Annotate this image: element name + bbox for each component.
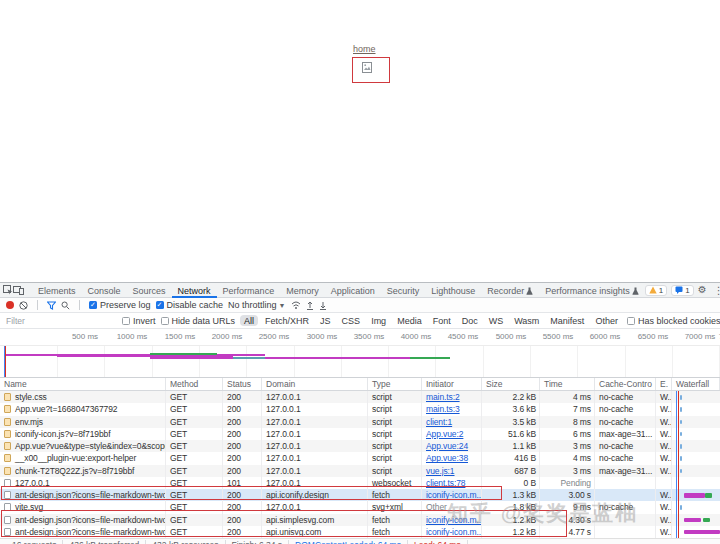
cell-waterfall <box>672 428 720 440</box>
column-header-cache-contro[interactable]: Cache-Contro <box>595 378 656 390</box>
tab-elements[interactable]: Elements <box>32 283 82 298</box>
initiator-link[interactable]: main.ts:3 <box>426 404 460 414</box>
filter-pill-js[interactable]: JS <box>316 315 335 326</box>
filter-pill-media[interactable]: Media <box>393 315 426 326</box>
overview-gridline <box>341 346 342 377</box>
cell-size: 416 B <box>482 452 540 464</box>
initiator-link[interactable]: client:1 <box>426 417 452 427</box>
waterfall-overview[interactable] <box>0 346 720 378</box>
tab-recorder[interactable]: Recorder <box>481 283 539 298</box>
column-header-type[interactable]: Type <box>368 378 422 390</box>
filter-pill-css[interactable]: CSS <box>338 315 365 326</box>
cell-etag: W... <box>656 452 672 464</box>
cell-name: ant-design.json?icons=file-markdown-twot… <box>0 489 166 501</box>
initiator-link[interactable]: main.ts:2 <box>426 392 460 402</box>
filter-pill-wasm[interactable]: Wasm <box>510 315 543 326</box>
filter-right-checks: Has blocked cookiesBlocked Requests3rd-p… <box>627 316 720 326</box>
cell-name: 127.0.0.1 <box>0 477 166 489</box>
initiator-link[interactable]: App.vue:24 <box>426 441 468 451</box>
tab-performance-insights[interactable]: Performance insights <box>539 283 645 298</box>
table-row[interactable]: env.mjsGET200127.0.0.1scriptclient:13.5 … <box>0 416 720 428</box>
import-har-icon[interactable] <box>306 301 314 310</box>
disable-cache-checkbox[interactable]: ✓ Disable cache <box>156 300 224 310</box>
column-header-size[interactable]: Size <box>482 378 540 390</box>
overview-gridline <box>152 346 153 377</box>
table-row[interactable]: style.cssGET200127.0.0.1scriptmain.ts:22… <box>0 391 720 403</box>
initiator-link[interactable]: iconify-icon.m... <box>426 490 482 500</box>
export-har-icon[interactable] <box>319 301 327 310</box>
clear-icon[interactable] <box>19 301 28 310</box>
filter-pill-all[interactable]: All <box>240 315 258 326</box>
filter-input[interactable] <box>6 315 117 326</box>
filter-funnel-icon[interactable] <box>47 301 56 310</box>
tab-performance[interactable]: Performance <box>217 283 281 298</box>
more-options-icon[interactable]: ⋮ <box>711 285 720 296</box>
network-conditions-icon[interactable] <box>291 301 301 310</box>
initiator-link[interactable]: iconify-icon.m... <box>426 515 482 525</box>
column-header-name[interactable]: Name <box>0 378 166 390</box>
request-name: vite.svg <box>15 502 43 512</box>
initiator-link[interactable]: iconify-icon.m... <box>426 527 482 537</box>
tab-sources[interactable]: Sources <box>127 283 172 298</box>
column-header-initiator[interactable]: Initiator <box>422 378 482 390</box>
tab-application[interactable]: Application <box>325 283 381 298</box>
table-row[interactable]: ant-design.json?icons=file-markdown-twot… <box>0 514 720 526</box>
overview-waterfall-segment <box>265 357 410 359</box>
cell-method: GET <box>166 428 223 440</box>
table-row[interactable]: chunk-T2T8Q22Z.js?v=8f719bbfGET200127.0.… <box>0 465 720 477</box>
table-row[interactable]: ant-design.json?icons=file-markdown-twot… <box>0 489 720 501</box>
initiator-link[interactable]: App.vue:38 <box>426 453 468 463</box>
table-row[interactable]: vite.svgGET200127.0.0.1svg+xmlOther1.8 k… <box>0 501 720 513</box>
overview-waterfall-segment <box>150 356 233 359</box>
column-header-method[interactable]: Method <box>166 378 223 390</box>
column-header-waterfall[interactable]: Waterfall <box>672 378 720 390</box>
inspect-element-icon[interactable] <box>3 284 13 297</box>
invert-label: Invert <box>133 316 156 326</box>
tab-lighthouse[interactable]: Lighthouse <box>425 283 481 298</box>
filter-pill-doc[interactable]: Doc <box>458 315 482 326</box>
filter-pill-fetch-xhr[interactable]: Fetch/XHR <box>261 315 313 326</box>
table-row[interactable]: iconify-icon.js?v=8f719bbfGET200127.0.0.… <box>0 428 720 440</box>
table-row[interactable]: App.vue?vue&type=style&index=0&scoped=7.… <box>0 440 720 452</box>
has-blocked-cookies-checkbox[interactable]: Has blocked cookies <box>627 316 720 326</box>
column-header-time[interactable]: Time <box>540 378 595 390</box>
column-header-e-[interactable]: E. <box>656 378 672 390</box>
filter-pill-manifest[interactable]: Manifest <box>546 315 588 326</box>
cell-name: ant-design.json?icons=file-markdown-twot… <box>0 514 166 526</box>
cell-etag: W... <box>656 391 672 403</box>
preserve-log-checkbox[interactable]: ✓ Preserve log <box>89 300 151 310</box>
checkbox-checked-icon: ✓ <box>89 301 97 309</box>
column-header-domain[interactable]: Domain <box>262 378 368 390</box>
record-button[interactable] <box>6 301 14 309</box>
invert-checkbox[interactable]: Invert <box>122 316 156 326</box>
table-row[interactable]: __x00__plugin-vue:export-helperGET200127… <box>0 452 720 464</box>
home-link[interactable]: home <box>353 44 376 54</box>
filter-pill-ws[interactable]: WS <box>485 315 508 326</box>
overview-gridline <box>246 346 247 377</box>
warning-icon <box>649 286 657 294</box>
initiator-link[interactable]: App.vue:2 <box>426 429 463 439</box>
tab-console[interactable]: Console <box>82 283 127 298</box>
cell-size: 1.2 kB <box>482 526 540 538</box>
checkbox-unchecked-icon <box>161 317 169 325</box>
filter-pill-other[interactable]: Other <box>591 315 622 326</box>
hide-data-urls-checkbox[interactable]: Hide data URLs <box>161 316 236 326</box>
throttling-select[interactable]: No throttling ▼ <box>228 300 285 310</box>
settings-gear-icon[interactable]: ⚙ <box>698 285 707 295</box>
load-event-line <box>5 346 6 377</box>
issues-badge[interactable]: 1 <box>671 285 693 296</box>
column-header-status[interactable]: Status <box>223 378 262 390</box>
table-row[interactable]: App.vue?t=1668047367792GET200127.0.0.1sc… <box>0 403 720 415</box>
initiator-link[interactable]: client.ts:78 <box>426 478 465 488</box>
initiator-link[interactable]: vue.js:1 <box>426 466 455 476</box>
tab-security[interactable]: Security <box>381 283 426 298</box>
search-icon[interactable] <box>61 301 70 310</box>
filter-pill-img[interactable]: Img <box>367 315 390 326</box>
tab-network[interactable]: Network <box>172 283 217 298</box>
tab-memory[interactable]: Memory <box>280 283 325 298</box>
filter-pill-font[interactable]: Font <box>429 315 455 326</box>
warnings-badge[interactable]: 1 <box>645 285 667 296</box>
table-row[interactable]: ant-design.json?icons=file-markdown-twot… <box>0 526 720 538</box>
table-row[interactable]: 127.0.0.1GET101127.0.0.1websocketclient.… <box>0 477 720 489</box>
device-toolbar-icon[interactable] <box>13 284 24 297</box>
